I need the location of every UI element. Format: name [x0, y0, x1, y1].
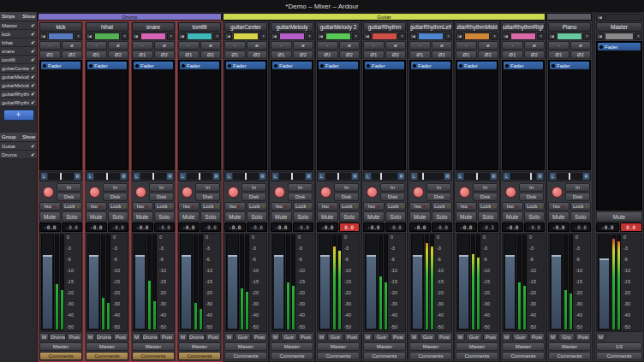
record-arm-button[interactable] [552, 187, 563, 198]
master-mute-button[interactable]: Mute [596, 211, 642, 222]
strip-width-icon[interactable]: |◀ [86, 33, 93, 40]
processor-box[interactable]: Fader [363, 60, 406, 170]
monitor-disk-button[interactable]: Disk [519, 193, 544, 201]
visible-checkbox[interactable]: ✔ [31, 22, 35, 28]
strip-color-swatch[interactable] [325, 33, 351, 40]
panner[interactable]: L R [132, 171, 175, 181]
meter-point-button[interactable]: Post [344, 333, 360, 341]
output-button[interactable]: Master [548, 342, 591, 351]
solo-lock-button[interactable]: Lock [293, 202, 314, 211]
solo-lock-button[interactable]: Lock [339, 202, 361, 211]
gain-fader[interactable] [457, 234, 470, 330]
mute-button[interactable]: Mute [317, 211, 338, 222]
solo-lock-button[interactable]: Lock [524, 202, 546, 211]
solo-button[interactable]: Solo [293, 211, 314, 222]
record-arm-button[interactable] [135, 187, 146, 198]
sidebar-group-row[interactable]: Drums✔ [0, 151, 37, 159]
strip-name-button[interactable]: snare [132, 22, 175, 32]
mute-button[interactable]: Mute [39, 211, 61, 222]
solo-iso-button[interactable]: Iso [548, 202, 569, 211]
phase-invert-button[interactable]: ø [570, 41, 592, 50]
panner[interactable]: L R [363, 171, 406, 181]
gain-fader[interactable] [550, 234, 563, 330]
polarity-1-button[interactable]: Ø1 [39, 50, 61, 59]
strip-width-icon[interactable]: |◀ [271, 33, 278, 40]
polarity-2-button[interactable]: Ø2 [247, 50, 268, 59]
pan-track[interactable] [510, 173, 536, 180]
strip-name-button[interactable]: hihat [86, 22, 128, 32]
group-button[interactable]: Drums [96, 333, 112, 341]
polarity-1-button[interactable]: Ø1 [548, 50, 569, 59]
visible-checkbox[interactable]: ✔ [31, 56, 35, 62]
strip-name-button[interactable]: tomfill [178, 22, 221, 32]
polarity-2-button[interactable]: Ø2 [293, 50, 314, 59]
phase-invert-button[interactable]: ø [432, 41, 453, 50]
solo-iso-button[interactable]: Iso [178, 202, 200, 211]
group-button[interactable]: Gutr [466, 333, 482, 341]
phase-invert-button[interactable]: ø [478, 41, 499, 50]
gain-display[interactable]: -0.0 [456, 223, 477, 232]
record-arm-button[interactable] [228, 187, 239, 198]
polarity-2-button[interactable]: Ø2 [108, 50, 129, 59]
solo-iso-button[interactable]: Iso [363, 202, 385, 211]
monitor-input-button[interactable]: In [380, 183, 405, 192]
solo-button[interactable]: Solo [524, 211, 546, 222]
peak-display[interactable]: -0.0 [108, 223, 129, 232]
polarity-1-button[interactable]: Ø1 [363, 50, 385, 59]
visible-checkbox[interactable]: ✔ [31, 39, 35, 45]
sidebar-strip-row[interactable]: hihat✔ [0, 39, 37, 47]
metering-button[interactable]: M [456, 333, 465, 341]
sidebar-strip-row[interactable]: guitarRhythm✔ [0, 90, 37, 98]
gain-fader[interactable] [504, 234, 516, 330]
fader-handle[interactable] [135, 255, 145, 329]
metering-button[interactable]: M [271, 333, 280, 341]
strip-color-swatch[interactable] [94, 33, 120, 40]
strip-width-icon[interactable]: |◀ [317, 33, 325, 40]
gain-fader[interactable] [411, 234, 424, 330]
peak-display[interactable]: -0.0 [385, 223, 407, 232]
visible-checkbox[interactable]: ✔ [31, 65, 35, 71]
comments-button[interactable]: Comments [363, 352, 406, 360]
monitor-disk-button[interactable]: Disk [334, 193, 359, 201]
record-arm-button[interactable] [505, 187, 516, 198]
processor-led[interactable] [413, 64, 416, 68]
strip-close-icon[interactable]: × [306, 33, 313, 40]
pan-position-marker[interactable] [569, 173, 570, 180]
pan-position-marker[interactable] [152, 173, 154, 180]
visible-checkbox[interactable]: ✔ [31, 74, 35, 80]
polarity-2-button[interactable]: Ø2 [385, 50, 407, 59]
master-processor-box[interactable]: Fader [596, 41, 642, 211]
meter-point-button[interactable]: Post [483, 333, 498, 341]
group-button[interactable]: Drums [188, 333, 205, 341]
group-button[interactable]: Gutr [512, 333, 528, 341]
fader-processor[interactable]: Fader [457, 62, 497, 69]
polarity-2-button[interactable]: Ø2 [524, 50, 546, 59]
strip-width-icon[interactable]: |◀ [502, 33, 510, 40]
meter-point-button[interactable]: Post [67, 333, 82, 341]
processor-box[interactable]: Fader [224, 60, 267, 170]
strip-color-swatch[interactable] [418, 33, 444, 40]
sidebar-strip-row[interactable]: snare✔ [0, 47, 37, 56]
monitor-disk-button[interactable]: Disk [242, 193, 266, 201]
fader-handle[interactable] [552, 255, 561, 329]
pan-position-marker[interactable] [530, 173, 532, 180]
pan-position-marker[interactable] [380, 173, 382, 180]
solo-button[interactable]: Solo [339, 211, 361, 222]
pan-track[interactable] [279, 173, 305, 180]
gain-display[interactable]: -0.0 [39, 223, 61, 232]
pan-track[interactable] [233, 173, 259, 180]
monitor-input-button[interactable]: In [195, 183, 220, 192]
mute-button[interactable]: Mute [132, 211, 153, 222]
metering-button[interactable]: M [363, 333, 373, 341]
fader-handle[interactable] [459, 255, 468, 329]
solo-button[interactable]: Solo [62, 211, 83, 222]
input-button[interactable]: - [502, 41, 523, 50]
solo-button[interactable]: Solo [385, 211, 407, 222]
output-button[interactable]: Master [502, 342, 545, 351]
master-name-button[interactable]: Master [596, 22, 642, 32]
pan-position-marker[interactable] [245, 173, 247, 180]
output-button[interactable]: Master [178, 342, 221, 351]
monitor-disk-button[interactable]: Disk [288, 193, 313, 201]
monitor-disk-button[interactable]: Disk [380, 193, 405, 201]
comments-button[interactable]: Comments [456, 352, 498, 360]
